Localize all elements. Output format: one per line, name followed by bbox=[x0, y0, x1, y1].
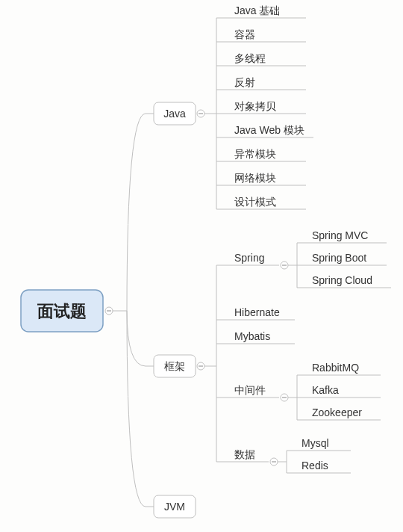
svg-text:中间件: 中间件 bbox=[234, 384, 266, 396]
middleware-node[interactable]: 中间件 bbox=[216, 384, 279, 398]
svg-text:数据: 数据 bbox=[234, 448, 255, 460]
leaf-node[interactable]: 容器 bbox=[216, 28, 306, 42]
collapse-toggle-icon[interactable] bbox=[197, 110, 204, 117]
svg-text:Java 基础: Java 基础 bbox=[234, 4, 280, 16]
leaf-node[interactable]: Spring Cloud bbox=[297, 274, 391, 288]
data-node[interactable]: 数据 bbox=[216, 448, 269, 462]
svg-text:Spring Boot: Spring Boot bbox=[312, 252, 366, 264]
collapse-toggle-icon[interactable] bbox=[281, 394, 288, 401]
collapse-toggle-icon[interactable] bbox=[281, 262, 288, 269]
svg-text:Mysql: Mysql bbox=[302, 437, 329, 449]
svg-text:Spring Cloud: Spring Cloud bbox=[312, 274, 372, 286]
svg-text:Spring: Spring bbox=[234, 252, 264, 264]
leaf-node[interactable]: Redis bbox=[287, 460, 351, 473]
svg-text:网络模块: 网络模块 bbox=[234, 172, 276, 184]
framework-node[interactable]: 框架 bbox=[154, 355, 196, 377]
svg-text:Kafka: Kafka bbox=[312, 384, 339, 396]
svg-text:Redis: Redis bbox=[302, 460, 328, 471]
svg-text:Mybatis: Mybatis bbox=[234, 330, 270, 342]
root-node[interactable]: 面试题 bbox=[21, 290, 103, 332]
leaf-node[interactable]: 反射 bbox=[216, 76, 306, 90]
collapse-toggle-icon[interactable] bbox=[270, 458, 278, 466]
svg-text:多线程: 多线程 bbox=[234, 52, 266, 64]
svg-text:对象拷贝: 对象拷贝 bbox=[234, 100, 276, 112]
leaf-node[interactable]: Spring MVC bbox=[297, 229, 387, 243]
mindmap-diagram: 面试题 Java Java 基础 容器 bbox=[0, 0, 403, 532]
svg-text:设计模式: 设计模式 bbox=[234, 196, 276, 208]
spring-node[interactable]: Spring bbox=[216, 252, 279, 265]
leaf-node[interactable]: 对象拷贝 bbox=[216, 100, 306, 114]
svg-text:容器: 容器 bbox=[234, 28, 255, 40]
leaf-node[interactable]: Mysql bbox=[287, 437, 351, 451]
svg-text:RabbitMQ: RabbitMQ bbox=[312, 362, 359, 374]
svg-text:Spring MVC: Spring MVC bbox=[312, 229, 368, 241]
leaf-node[interactable]: Java 基础 bbox=[216, 4, 306, 18]
root-label: 面试题 bbox=[37, 302, 87, 321]
java-children: Java 基础 容器 多线程 反射 对象拷贝 Java Web 模块 bbox=[216, 4, 313, 209]
framework-label: 框架 bbox=[164, 360, 185, 372]
leaf-node[interactable]: 异常模块 bbox=[216, 148, 306, 161]
jvm-label: JVM bbox=[164, 501, 185, 513]
leaf-node[interactable]: 设计模式 bbox=[216, 196, 306, 209]
leaf-node[interactable]: Kafka bbox=[297, 384, 381, 398]
collapse-toggle-icon[interactable] bbox=[105, 307, 113, 315]
svg-text:Zookeeper: Zookeeper bbox=[312, 406, 362, 418]
leaf-node[interactable]: Zookeeper bbox=[297, 406, 381, 420]
java-node[interactable]: Java bbox=[154, 102, 196, 125]
leaf-node[interactable]: Spring Boot bbox=[297, 252, 387, 265]
leaf-node[interactable]: 网络模块 bbox=[216, 172, 306, 185]
leaf-node[interactable]: 多线程 bbox=[216, 52, 306, 66]
collapse-toggle-icon[interactable] bbox=[197, 362, 204, 370]
svg-text:异常模块: 异常模块 bbox=[234, 148, 276, 160]
jvm-node[interactable]: JVM bbox=[154, 495, 196, 518]
leaf-node[interactable]: Java Web 模块 bbox=[216, 124, 313, 137]
svg-text:Hibernate: Hibernate bbox=[234, 306, 280, 318]
leaf-node[interactable]: Mybatis bbox=[216, 330, 295, 344]
java-label: Java bbox=[163, 108, 186, 120]
leaf-node[interactable]: Hibernate bbox=[216, 306, 295, 320]
leaf-node[interactable]: RabbitMQ bbox=[297, 362, 381, 375]
svg-text:反射: 反射 bbox=[234, 76, 255, 88]
svg-text:Java Web 模块: Java Web 模块 bbox=[234, 124, 304, 136]
